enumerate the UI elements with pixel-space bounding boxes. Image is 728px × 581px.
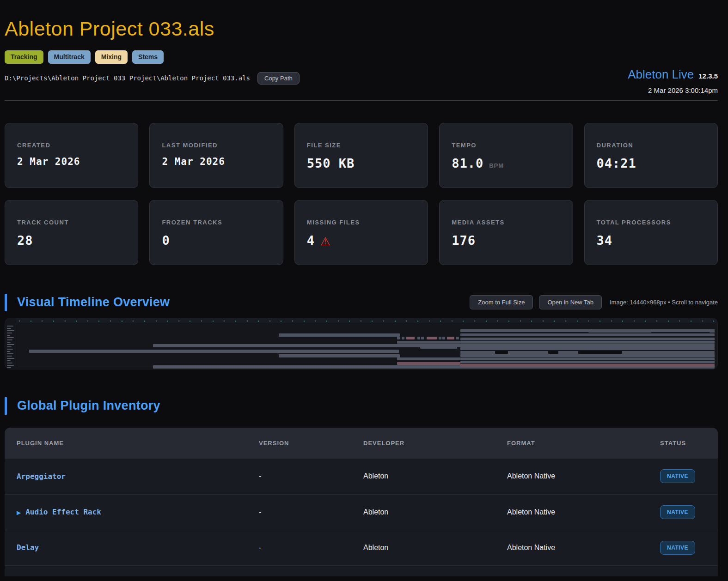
ruler-tick (31, 321, 31, 322)
section-accent-bar (5, 397, 7, 415)
ruler-tick (361, 320, 361, 322)
plugin-version: - (259, 472, 363, 480)
plugin-name: Delay (17, 543, 39, 552)
timeline-clip (442, 337, 445, 339)
plugin-name: Audio Effect Rack (25, 508, 101, 516)
timestamp: 2 Mar 2026 3:00:14pm (628, 86, 718, 94)
ruler-tick (110, 320, 111, 322)
timeline-section-header: Visual Timeline Overview Zoom to Full Si… (5, 294, 718, 311)
ruler-tick (531, 321, 532, 322)
plugin-row-arpeggiator: Arpeggiator-AbletonAbleton NativeNATIVE (5, 459, 718, 494)
timeline-clip (460, 341, 715, 344)
stat-value: 0 (162, 233, 170, 248)
timeline-clip (417, 337, 420, 339)
timeline-clip (427, 337, 437, 339)
timeline-clip (460, 338, 715, 340)
ruler-tick (144, 321, 145, 322)
stats-grid: CREATED2 Mar 2026LAST MODIFIED2 Mar 2026… (5, 123, 718, 265)
plugin-row-delay: Delay-AbletonAbleton NativeNATIVE (5, 530, 718, 565)
ruler-tick (668, 321, 669, 322)
ruler-tick (486, 321, 487, 322)
timeline-clip (460, 333, 715, 336)
ruler-tick (213, 321, 214, 322)
zoom-full-size-button[interactable]: Zoom to Full Size (470, 295, 533, 309)
timeline-clip (397, 357, 460, 360)
warning-icon: ⚠ (320, 236, 330, 247)
stat-card-media-assets: MEDIA ASSETS176 (439, 200, 573, 265)
stat-label: FILE SIZE (307, 142, 416, 149)
ruler-tick (702, 320, 703, 322)
timeline-clip (460, 361, 715, 363)
ruler-tick (258, 321, 259, 322)
status-badge: NATIVE (660, 541, 695, 555)
expand-arrow-icon[interactable]: ▶ (17, 509, 21, 516)
plugin-version: - (259, 544, 363, 552)
ruler-tick (440, 321, 441, 322)
ruler-tick (315, 320, 316, 322)
page-title: Ableton Project 033.als (5, 18, 718, 40)
stat-card-frozen-tracks: FROZEN TRACKS0 (149, 200, 283, 265)
tag-stems: Stems (132, 50, 164, 64)
ruler-tick (395, 321, 396, 322)
ruler-tick (565, 320, 566, 322)
tag-multitrack: Multitrack (48, 50, 91, 64)
ruler-tick (65, 320, 66, 322)
stat-card-duration: DURATION04:21 (584, 123, 718, 188)
stat-value: 81.0 (452, 156, 483, 170)
timeline-clip (460, 357, 715, 360)
timeline-clip (402, 337, 404, 339)
ruler-tick (201, 320, 202, 322)
stat-value: 34 (597, 233, 613, 248)
stat-label: LAST MODIFIED (162, 142, 270, 149)
tag-mixing: Mixing (95, 50, 128, 64)
ruler-tick (326, 321, 327, 322)
timeline-track-list (5, 323, 16, 369)
stat-label: MEDIA ASSETS (452, 219, 560, 226)
ruler-tick (611, 320, 612, 322)
header-divider (5, 100, 718, 101)
copy-path-button[interactable]: Copy Path (257, 72, 300, 85)
timeline-clip (406, 337, 415, 339)
plugin-format: Ableton Native (507, 544, 660, 552)
timeline-clip (578, 351, 622, 354)
column-header-format: FORMAT (507, 440, 660, 447)
project-path: D:\Projects\Ableton Project 033 Project\… (5, 74, 250, 82)
stat-label: TEMPO (452, 142, 560, 149)
ruler-tick (429, 320, 430, 322)
ruler-tick (679, 320, 680, 322)
ruler-tick (53, 321, 54, 322)
ruler-tick (656, 320, 657, 322)
section-accent-bar (5, 294, 7, 311)
plugin-format: Ableton Native (507, 472, 660, 480)
app-version: 12.3.5 (698, 72, 718, 80)
open-new-tab-button[interactable]: Open in New Tab (539, 295, 602, 309)
timeline-image-info: Image: 14440×968px • Scroll to navigate (610, 299, 718, 306)
ruler-tick (577, 321, 578, 322)
ruler-tick (520, 320, 521, 322)
stat-unit: BPM (489, 162, 504, 169)
timeline-preview[interactable] (5, 318, 718, 369)
plugin-table-header: PLUGIN NAMEVERSIONDEVELOPERFORMATSTATUS (5, 428, 718, 459)
timeline-clip (397, 341, 460, 344)
plugin-name: Arpeggiator (17, 472, 66, 481)
ruler-tick (281, 321, 281, 322)
plugin-version: - (259, 508, 363, 516)
ruler-tick (372, 321, 373, 322)
stat-value: 04:21 (597, 156, 636, 170)
ruler-tick (645, 321, 646, 322)
timeline-clip (460, 364, 715, 367)
ruler-tick (269, 320, 270, 322)
ruler-tick (133, 320, 134, 322)
ruler-tick (338, 320, 339, 322)
ruler-tick (634, 320, 635, 322)
timeline-clip (420, 346, 457, 349)
plugin-table-body: Arpeggiator-AbletonAbleton NativeNATIVE▶… (5, 459, 718, 565)
plugin-row-audio-effect-rack[interactable]: ▶Audio Effect Rack-AbletonAbleton Native… (5, 494, 718, 530)
plugin-table: PLUGIN NAMEVERSIONDEVELOPERFORMATSTATUS … (5, 428, 718, 576)
ruler-tick (122, 321, 122, 322)
stat-value: 2 Mar 2026 (17, 156, 80, 167)
ruler-tick (543, 320, 544, 322)
plugins-section-title: Global Plugin Inventory (17, 399, 160, 413)
timeline-clip (397, 362, 460, 365)
tag-tracking: Tracking (5, 50, 43, 64)
